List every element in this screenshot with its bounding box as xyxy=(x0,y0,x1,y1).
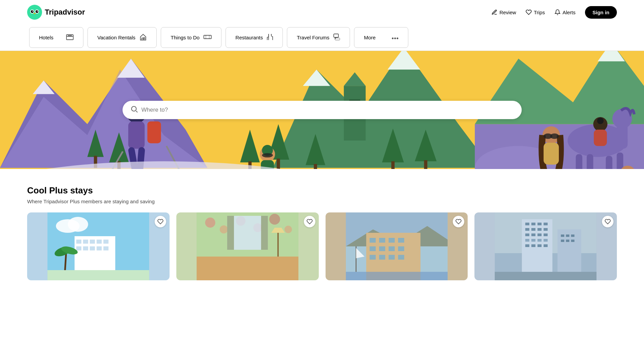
svg-rect-107 xyxy=(47,270,149,280)
svg-rect-10 xyxy=(66,36,73,40)
review-link[interactable]: Review xyxy=(491,9,516,15)
svg-rect-168 xyxy=(561,240,564,242)
svg-rect-147 xyxy=(544,223,548,225)
svg-point-81 xyxy=(597,118,604,124)
svg-rect-132 xyxy=(388,246,394,251)
cool-plus-subtitle: Where Tripadvisor Plus members are stayi… xyxy=(27,199,617,204)
svg-rect-136 xyxy=(388,255,394,260)
svg-rect-148 xyxy=(525,228,529,231)
svg-rect-146 xyxy=(538,223,542,225)
svg-rect-98 xyxy=(103,240,109,244)
svg-rect-69 xyxy=(544,143,559,165)
favorite-button[interactable] xyxy=(453,216,464,227)
svg-rect-97 xyxy=(97,240,102,244)
ticket-icon xyxy=(203,34,212,41)
svg-rect-135 xyxy=(379,255,385,260)
nav-tab-hotels[interactable]: Hotels xyxy=(29,27,83,48)
svg-rect-95 xyxy=(83,240,88,244)
nav-tab-vacation-rentals[interactable]: Vacation Rentals xyxy=(87,27,157,48)
hotel-cards-container xyxy=(27,212,617,280)
hotel-card-image xyxy=(474,212,617,280)
nav-tab-travel-forums[interactable]: Travel Forums xyxy=(287,27,350,48)
favorite-button[interactable] xyxy=(155,216,166,227)
nav-tab-things-to-do[interactable]: Things to Do xyxy=(161,27,221,48)
svg-rect-44 xyxy=(424,160,427,169)
svg-point-114 xyxy=(269,214,280,225)
nav-tab-restaurants[interactable]: Restaurants xyxy=(226,27,283,48)
favorite-button[interactable] xyxy=(602,216,613,227)
svg-point-16 xyxy=(392,38,394,39)
svg-point-17 xyxy=(394,38,396,39)
hotel-card-image xyxy=(326,212,468,280)
nav-tab-more[interactable]: More xyxy=(354,27,408,48)
tripadvisor-logo-icon xyxy=(27,5,42,20)
heart-icon xyxy=(526,9,532,15)
sign-in-button[interactable]: Sign in xyxy=(585,6,617,19)
svg-rect-159 xyxy=(544,239,548,242)
svg-rect-75 xyxy=(576,154,582,169)
svg-rect-13 xyxy=(204,35,211,39)
svg-rect-170 xyxy=(571,240,574,242)
pencil-icon xyxy=(491,9,497,15)
svg-rect-117 xyxy=(227,216,234,250)
svg-rect-130 xyxy=(369,246,375,251)
utensils-icon xyxy=(267,34,273,41)
svg-rect-76 xyxy=(587,154,593,169)
cool-plus-title: Cool Plus stays xyxy=(27,185,617,196)
svg-rect-101 xyxy=(90,246,95,250)
svg-rect-12 xyxy=(143,38,145,39)
svg-point-5 xyxy=(32,11,33,12)
svg-rect-161 xyxy=(531,244,535,247)
svg-rect-131 xyxy=(379,246,385,251)
svg-rect-49 xyxy=(128,121,144,149)
svg-rect-160 xyxy=(525,244,529,247)
svg-rect-152 xyxy=(525,233,529,236)
svg-rect-127 xyxy=(379,238,385,243)
svg-rect-14 xyxy=(334,34,338,37)
svg-rect-99 xyxy=(76,246,81,250)
cool-plus-section: Cool Plus stays Where Tripadvisor Plus m… xyxy=(0,169,644,288)
svg-rect-77 xyxy=(606,156,612,169)
svg-rect-166 xyxy=(566,234,569,237)
logo-area[interactable]: Tripadvisor xyxy=(27,5,85,20)
favorite-button[interactable] xyxy=(304,216,315,227)
svg-point-110 xyxy=(205,218,215,228)
svg-point-89 xyxy=(131,107,136,111)
header: Tripadvisor Review Trips Alerts Sign in xyxy=(0,0,644,24)
svg-rect-157 xyxy=(531,239,535,242)
svg-rect-151 xyxy=(544,228,548,231)
hotel-card xyxy=(176,212,319,280)
svg-point-92 xyxy=(68,217,88,232)
svg-rect-163 xyxy=(544,244,548,247)
svg-rect-96 xyxy=(90,240,95,244)
svg-rect-94 xyxy=(76,240,81,244)
svg-rect-38 xyxy=(277,158,280,169)
search-input[interactable] xyxy=(141,107,513,113)
svg-rect-11 xyxy=(142,38,143,40)
svg-rect-129 xyxy=(398,238,404,243)
svg-rect-153 xyxy=(531,233,535,236)
search-icon xyxy=(131,106,138,114)
svg-rect-167 xyxy=(571,234,574,237)
alerts-link[interactable]: Alerts xyxy=(554,9,575,15)
svg-rect-80 xyxy=(594,130,607,146)
trips-link[interactable]: Trips xyxy=(526,9,545,15)
svg-rect-144 xyxy=(525,223,529,225)
svg-rect-126 xyxy=(369,238,375,243)
svg-rect-78 xyxy=(617,153,623,169)
svg-rect-154 xyxy=(538,233,542,236)
svg-point-111 xyxy=(220,225,228,233)
svg-point-71 xyxy=(550,133,559,139)
hotel-card xyxy=(326,212,468,280)
svg-rect-100 xyxy=(83,246,88,250)
svg-rect-102 xyxy=(97,246,102,250)
svg-rect-158 xyxy=(538,239,542,242)
bed-icon xyxy=(66,34,74,41)
search-bar xyxy=(122,101,522,119)
svg-rect-171 xyxy=(495,272,597,280)
svg-rect-156 xyxy=(525,239,529,242)
svg-rect-40 xyxy=(314,164,317,169)
svg-rect-138 xyxy=(346,272,447,280)
svg-rect-118 xyxy=(261,216,268,250)
svg-rect-169 xyxy=(566,240,569,242)
